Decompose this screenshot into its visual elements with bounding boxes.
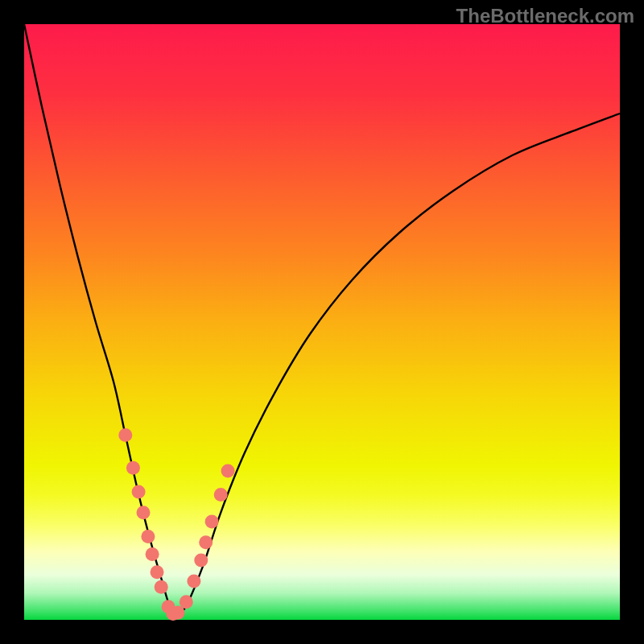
data-marker — [137, 506, 151, 519]
chart-svg — [24, 24, 620, 620]
data-marker — [146, 547, 159, 561]
bottleneck-curve — [24, 24, 620, 617]
chart-frame: TheBottleneck.com — [0, 0, 644, 644]
data-marker — [126, 461, 140, 475]
data-marker — [214, 488, 228, 502]
data-marker — [132, 485, 146, 498]
data-markers — [118, 428, 234, 621]
data-marker — [187, 574, 200, 588]
data-marker — [180, 595, 193, 609]
watermark-text: TheBottleneck.com — [456, 5, 634, 27]
data-marker — [205, 514, 219, 528]
data-marker — [141, 530, 155, 543]
data-marker — [194, 554, 208, 568]
data-marker — [199, 535, 213, 549]
data-marker — [155, 580, 168, 594]
data-marker — [171, 606, 184, 620]
plot-area — [24, 24, 620, 620]
data-marker — [118, 428, 132, 442]
data-marker — [221, 464, 235, 478]
data-marker — [151, 565, 164, 579]
